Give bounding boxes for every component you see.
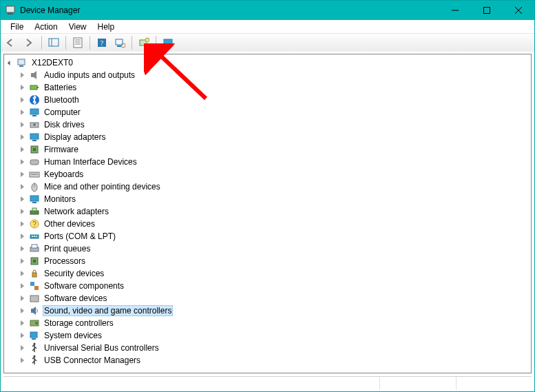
legacy-hardware-button[interactable] [136, 35, 152, 50]
expand-toggle[interactable] [18, 245, 26, 253]
device-category[interactable]: USB Connector Managers [18, 354, 531, 367]
expand-toggle[interactable] [18, 83, 26, 92]
svg-rect-51 [32, 245, 37, 248]
scan-hardware-button[interactable] [112, 35, 128, 50]
remote-computer-button[interactable] [160, 35, 176, 50]
expand-toggle[interactable] [18, 207, 26, 216]
toolbar-separator [90, 36, 90, 50]
properties-button[interactable] [70, 35, 86, 50]
menu-help[interactable]: Help [92, 21, 120, 33]
device-category[interactable]: Network adapters [18, 205, 531, 218]
expand-toggle[interactable] [18, 108, 26, 116]
svg-rect-56 [34, 286, 39, 290]
device-category-label: System devices [43, 331, 103, 340]
svg-rect-8 [74, 38, 82, 48]
svg-point-63 [34, 343, 36, 345]
cpu-icon [29, 256, 40, 267]
device-category[interactable]: ?Other devices [18, 218, 531, 230]
device-category-label: Network adapters [43, 207, 110, 216]
swdev-icon [29, 293, 40, 304]
device-category[interactable]: Computer [18, 106, 531, 118]
svg-rect-22 [19, 65, 23, 67]
system-icon [29, 330, 40, 341]
port-icon [29, 231, 40, 242]
usb-icon [29, 342, 40, 353]
device-category[interactable]: Storage controllers [18, 317, 531, 329]
window-title: Device Manager [20, 6, 80, 15]
expand-toggle[interactable] [18, 121, 26, 129]
device-category[interactable]: Disk drives [18, 118, 531, 131]
expand-toggle[interactable] [18, 344, 26, 352]
device-category-label: Other devices [43, 219, 96, 229]
svg-rect-25 [37, 87, 39, 88]
toolbar-separator [41, 36, 42, 50]
device-category-label: Bluetooth [43, 95, 81, 105]
expand-toggle[interactable] [18, 356, 26, 364]
computer-icon [29, 107, 40, 118]
expand-toggle[interactable] [18, 71, 26, 79]
expand-toggle[interactable] [18, 294, 26, 302]
expand-toggle[interactable] [18, 232, 26, 240]
device-category[interactable]: Human Interface Devices [18, 156, 531, 168]
minimize-button[interactable] [439, 1, 471, 20]
expand-toggle[interactable] [18, 183, 26, 191]
close-button[interactable] [503, 1, 534, 20]
device-category[interactable]: Sound, video and game controllers [18, 305, 531, 317]
device-category[interactable]: Mice and other pointing devices [18, 180, 531, 193]
maximize-button[interactable] [471, 1, 503, 20]
menu-action[interactable]: Action [29, 21, 63, 33]
sound-icon [29, 305, 40, 316]
svg-rect-31 [30, 134, 39, 139]
device-category-label: Sound, video and game controllers [43, 305, 173, 316]
menu-file[interactable]: File [5, 21, 29, 33]
device-category-label: Keyboards [43, 169, 85, 179]
device-category[interactable]: Print queues [18, 243, 531, 255]
device-category-label: Audio inputs and outputs [43, 70, 136, 80]
expand-toggle[interactable] [18, 269, 26, 278]
expand-toggle[interactable] [18, 319, 26, 327]
expand-toggle[interactable] [18, 282, 26, 290]
device-category[interactable]: Security devices [18, 267, 531, 280]
device-category-label: Firmware [43, 145, 80, 154]
nav-back-button[interactable] [3, 35, 20, 50]
svg-point-30 [33, 123, 36, 126]
device-category[interactable]: Firmware [18, 143, 531, 156]
security-icon [29, 268, 40, 279]
expand-toggle[interactable] [18, 195, 26, 203]
device-category[interactable]: Processors [18, 255, 531, 267]
expand-toggle[interactable] [18, 307, 26, 315]
svg-rect-58 [31, 309, 33, 313]
svg-rect-15 [117, 45, 121, 47]
device-category[interactable]: Ports (COM & LPT) [18, 230, 531, 243]
firmware-icon [29, 144, 40, 155]
help-button[interactable]: ? [94, 35, 110, 50]
device-category[interactable]: Display adapters [18, 131, 531, 143]
expand-toggle[interactable] [6, 59, 14, 67]
nav-forward-button[interactable] [21, 35, 38, 50]
tree-root[interactable]: X12DEXT0 [6, 56, 531, 69]
device-category[interactable]: Software devices [18, 292, 531, 305]
swcomp-icon [29, 280, 40, 291]
expand-toggle[interactable] [18, 133, 26, 141]
expand-toggle[interactable] [18, 170, 26, 178]
device-category[interactable]: Universal Serial Bus controllers [18, 342, 531, 354]
expand-toggle[interactable] [18, 331, 26, 340]
device-category[interactable]: Batteries [18, 81, 531, 94]
menu-view[interactable]: View [63, 21, 92, 33]
device-category[interactable]: Keyboards [18, 168, 531, 180]
menubar: File Action View Help [1, 20, 534, 34]
expand-toggle[interactable] [18, 257, 26, 265]
device-category[interactable]: System devices [18, 329, 531, 342]
app-icon [5, 5, 16, 16]
expand-toggle[interactable] [18, 145, 26, 154]
device-category[interactable]: Bluetooth [18, 94, 531, 106]
expand-toggle[interactable] [18, 158, 26, 166]
expand-toggle[interactable] [18, 220, 26, 228]
device-tree-panel[interactable]: X12DEXT0 Audio inputs and outputsBatteri… [3, 54, 532, 373]
device-category-label: Software components [43, 281, 125, 291]
device-category[interactable]: Monitors [18, 193, 531, 205]
show-hide-tree-button[interactable] [45, 35, 62, 50]
device-category[interactable]: Software components [18, 280, 531, 292]
device-category[interactable]: Audio inputs and outputs [18, 69, 531, 81]
expand-toggle[interactable] [18, 96, 26, 104]
